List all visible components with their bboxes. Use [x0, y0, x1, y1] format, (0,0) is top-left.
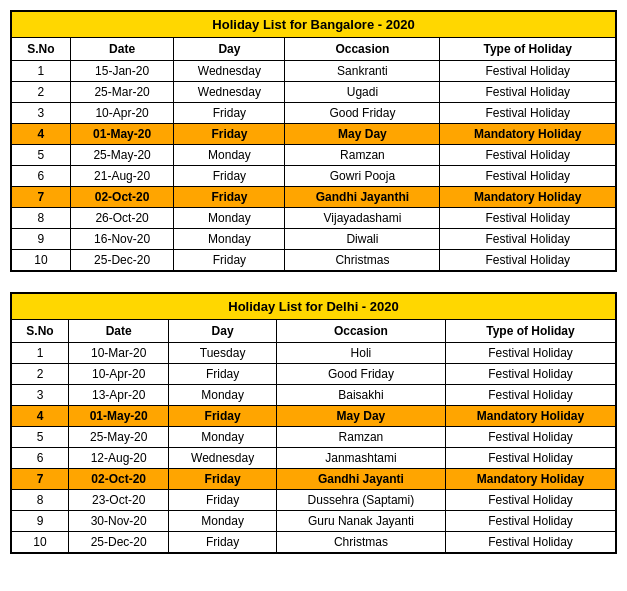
table-row: 826-Oct-20MondayVijayadashamiFestival Ho…	[12, 208, 616, 229]
table-row: 702-Oct-20FridayGandhi JayanthiMandatory…	[12, 187, 616, 208]
col-header-day: Day	[169, 320, 277, 343]
table-row: 525-May-20MondayRamzanFestival Holiday	[12, 427, 616, 448]
col-header-date: Date	[68, 320, 168, 343]
table-row: 401-May-20FridayMay DayMandatory Holiday	[12, 406, 616, 427]
table-row: 401-May-20FridayMay DayMandatory Holiday	[12, 124, 616, 145]
table-row: 115-Jan-20WednesdaySankrantiFestival Hol…	[12, 61, 616, 82]
delhi-title-row: Holiday List for Delhi - 2020	[12, 294, 616, 320]
bangalore-table-body: 115-Jan-20WednesdaySankrantiFestival Hol…	[12, 61, 616, 271]
col-header-sno: S.No	[12, 38, 71, 61]
bangalore-table-container: Holiday List for Bangalore - 2020 S.No D…	[10, 10, 617, 272]
table-row: 313-Apr-20MondayBaisakhiFestival Holiday	[12, 385, 616, 406]
delhi-table-container: Holiday List for Delhi - 2020 S.No Date …	[10, 292, 617, 554]
table-row: 525-May-20MondayRamzanFestival Holiday	[12, 145, 616, 166]
table-row: 1025-Dec-20FridayChristmasFestival Holid…	[12, 532, 616, 553]
table-row: 1025-Dec-20FridayChristmasFestival Holid…	[12, 250, 616, 271]
col-header-type: Type of Holiday	[440, 38, 616, 61]
table-row: 110-Mar-20TuesdayHoliFestival Holiday	[12, 343, 616, 364]
col-header-occasion: Occasion	[276, 320, 445, 343]
col-header-date: Date	[70, 38, 174, 61]
table-row: 702-Oct-20FridayGandhi JayantiMandatory …	[12, 469, 616, 490]
table-row: 210-Apr-20FridayGood FridayFestival Holi…	[12, 364, 616, 385]
col-header-day: Day	[174, 38, 285, 61]
col-header-sno: S.No	[12, 320, 69, 343]
col-header-type: Type of Holiday	[445, 320, 615, 343]
col-header-occasion: Occasion	[285, 38, 440, 61]
table-row: 310-Apr-20FridayGood FridayFestival Holi…	[12, 103, 616, 124]
table-row: 916-Nov-20MondayDiwaliFestival Holiday	[12, 229, 616, 250]
table-row: 225-Mar-20WednesdayUgadiFestival Holiday	[12, 82, 616, 103]
bangalore-title-row: Holiday List for Bangalore - 2020	[12, 12, 616, 38]
delhi-table-body: 110-Mar-20TuesdayHoliFestival Holiday210…	[12, 343, 616, 553]
delhi-header-row: S.No Date Day Occasion Type of Holiday	[12, 320, 616, 343]
table-row: 930-Nov-20MondayGuru Nanak JayantiFestiv…	[12, 511, 616, 532]
bangalore-title: Holiday List for Bangalore - 2020	[12, 12, 616, 38]
delhi-title: Holiday List for Delhi - 2020	[12, 294, 616, 320]
table-row: 612-Aug-20WednesdayJanmashtamiFestival H…	[12, 448, 616, 469]
bangalore-header-row: S.No Date Day Occasion Type of Holiday	[12, 38, 616, 61]
table-row: 621-Aug-20FridayGowri PoojaFestival Holi…	[12, 166, 616, 187]
table-row: 823-Oct-20FridayDussehra (Saptami)Festiv…	[12, 490, 616, 511]
